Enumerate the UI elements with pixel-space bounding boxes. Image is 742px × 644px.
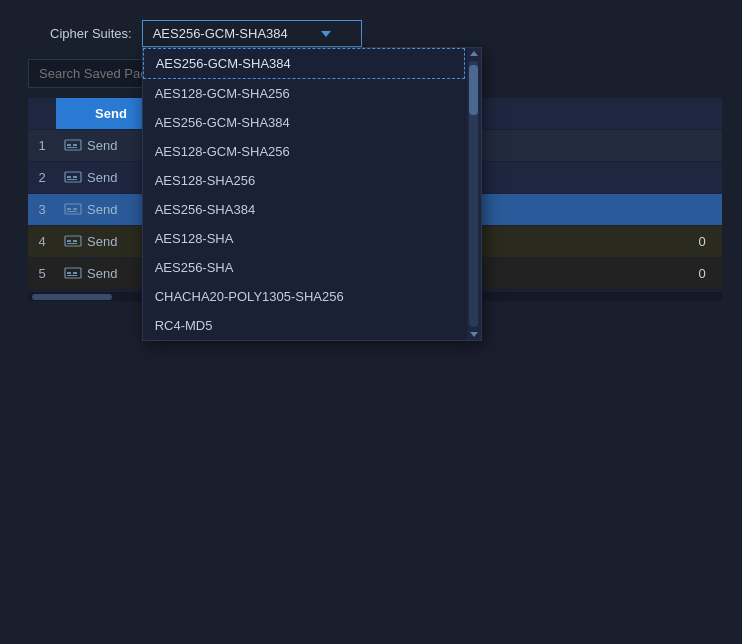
- row-count: [682, 139, 722, 153]
- dropdown-item-2[interactable]: AES256-GCM-SHA384: [143, 108, 465, 137]
- svg-rect-18: [73, 272, 77, 274]
- col-num-header: [28, 98, 56, 129]
- svg-rect-2: [73, 144, 77, 146]
- dropdown-item-9[interactable]: RC4-MD5: [143, 311, 465, 340]
- cipher-dropdown: AES256-GCM-SHA384 AES128-GCM-SHA256 AES2…: [142, 47, 482, 341]
- scrollbar-up-icon[interactable]: [470, 51, 478, 56]
- svg-rect-10: [73, 208, 77, 210]
- col-count-header: [682, 98, 722, 129]
- svg-rect-3: [67, 147, 77, 148]
- send-label[interactable]: Send: [87, 170, 117, 185]
- send-label[interactable]: Send: [87, 266, 117, 281]
- send-icon: [64, 235, 82, 249]
- row-num: 2: [28, 162, 56, 193]
- send-icon: [64, 171, 82, 185]
- scrollbar-thumb[interactable]: [469, 65, 478, 115]
- svg-rect-9: [67, 208, 71, 210]
- svg-rect-17: [67, 272, 71, 274]
- svg-rect-7: [67, 179, 77, 180]
- svg-rect-11: [67, 211, 77, 212]
- row-count: 0: [682, 259, 722, 288]
- dropdown-item-8[interactable]: CHACHA20-POLY1305-SHA256: [143, 282, 465, 311]
- send-icon: [64, 139, 82, 153]
- send-icon: [64, 203, 82, 217]
- send-label[interactable]: Send: [87, 234, 117, 249]
- svg-rect-1: [67, 144, 71, 146]
- row-num: 4: [28, 226, 56, 257]
- dropdown-item-7[interactable]: AES256-SHA: [143, 253, 465, 282]
- svg-rect-13: [67, 240, 71, 242]
- row-count: [682, 171, 722, 185]
- send-icon: [64, 267, 82, 281]
- dropdown-item-3[interactable]: AES128-GCM-SHA256: [143, 137, 465, 166]
- row-num: 1: [28, 130, 56, 161]
- svg-rect-14: [73, 240, 77, 242]
- svg-rect-5: [67, 176, 71, 178]
- main-container: Cipher Suites: AES256-GCM-SHA384 AES256-…: [0, 0, 742, 644]
- scrollbar-down-icon[interactable]: [470, 332, 478, 337]
- cipher-select-button[interactable]: AES256-GCM-SHA384: [142, 20, 362, 47]
- svg-rect-6: [73, 176, 77, 178]
- row-count: [682, 203, 722, 217]
- send-label[interactable]: Send: [87, 138, 117, 153]
- row-num: 5: [28, 258, 56, 289]
- dropdown-item-4[interactable]: AES128-SHA256: [143, 166, 465, 195]
- svg-rect-15: [67, 243, 77, 244]
- dropdown-item-6[interactable]: AES128-SHA: [143, 224, 465, 253]
- svg-rect-19: [67, 275, 77, 276]
- cipher-suites-label: Cipher Suites:: [50, 26, 132, 41]
- dropdown-item-1[interactable]: AES128-GCM-SHA256: [143, 79, 465, 108]
- cipher-select-wrapper: AES256-GCM-SHA384 AES256-GCM-SHA384 AES1…: [142, 20, 362, 47]
- cipher-selected-value: AES256-GCM-SHA384: [153, 26, 288, 41]
- scrollbar-horizontal-thumb[interactable]: [32, 294, 112, 300]
- dropdown-arrow-icon: [321, 31, 331, 37]
- dropdown-item-0[interactable]: AES256-GCM-SHA384: [143, 48, 465, 79]
- send-label[interactable]: Send: [87, 202, 117, 217]
- dropdown-item-5[interactable]: AES256-SHA384: [143, 195, 465, 224]
- row-count: 0: [682, 227, 722, 256]
- row-num: 3: [28, 194, 56, 225]
- cipher-row: Cipher Suites: AES256-GCM-SHA384 AES256-…: [20, 20, 722, 47]
